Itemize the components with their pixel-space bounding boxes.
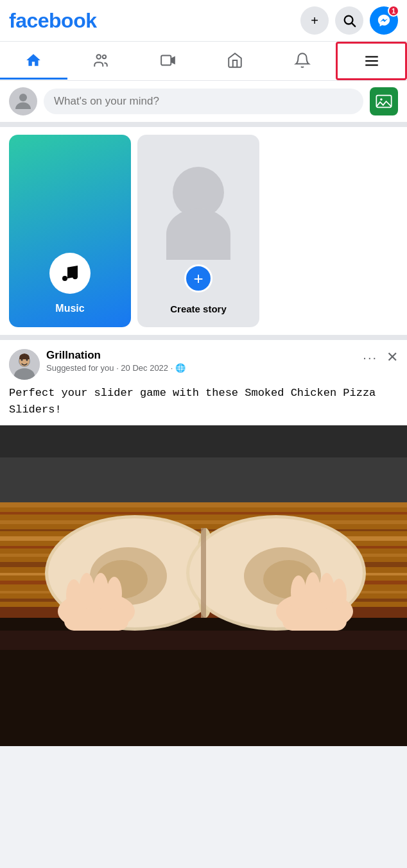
messenger-icon	[377, 13, 391, 28]
post-suggested-label: Suggested for you · 20 Dec 2022 ·	[46, 363, 173, 373]
menu-icon	[363, 53, 380, 69]
music-note-icon	[49, 253, 91, 294]
svg-rect-59	[201, 528, 206, 618]
home-icon	[25, 52, 42, 69]
messenger-badge: 1	[388, 5, 399, 17]
svg-rect-37	[0, 631, 407, 650]
marketplace-icon	[227, 52, 243, 69]
plus-icon: +	[311, 13, 318, 28]
svg-point-9	[19, 94, 27, 101]
svg-point-50	[79, 573, 94, 609]
post-author-name[interactable]: Grillnation	[46, 349, 356, 362]
post-content: Perfect your slider game with these Smok…	[9, 387, 376, 416]
video-icon	[160, 52, 177, 69]
svg-rect-10	[376, 96, 391, 108]
svg-rect-24	[0, 512, 407, 515]
story-create[interactable]: + Create story	[137, 135, 259, 327]
svg-point-58	[331, 579, 347, 611]
svg-point-11	[380, 98, 383, 101]
post-card: Grillnation Suggested for you · 20 Dec 2…	[0, 340, 407, 746]
create-avatar-body	[166, 208, 230, 260]
tab-marketplace[interactable]	[202, 43, 269, 80]
user-avatar	[9, 87, 37, 115]
add-button[interactable]: +	[300, 6, 329, 35]
create-story-label: Create story	[170, 303, 227, 314]
svg-point-3	[103, 55, 106, 58]
globe-icon: 🌐	[175, 363, 186, 373]
post-actions: ··· ✕	[363, 349, 398, 366]
close-post-button[interactable]: ✕	[386, 349, 398, 366]
post-image-visual	[0, 425, 407, 746]
svg-rect-4	[161, 55, 171, 65]
messenger-button[interactable]: 1	[370, 6, 398, 35]
svg-point-2	[97, 55, 101, 59]
post-text: Perfect your slider game with these Smok…	[0, 385, 407, 425]
music-story-label: Music	[55, 303, 84, 314]
tab-notifications[interactable]	[269, 43, 336, 80]
svg-rect-23	[0, 502, 407, 507]
svg-point-12	[62, 276, 67, 281]
post-bar	[0, 81, 407, 127]
app-logo: facebook	[9, 9, 96, 33]
tab-menu[interactable]	[336, 42, 407, 80]
svg-point-13	[73, 274, 78, 279]
svg-line-1	[352, 23, 355, 26]
more-options-button[interactable]: ···	[363, 350, 377, 365]
post-meta: Grillnation Suggested for you · 20 Dec 2…	[46, 349, 356, 373]
tab-friends[interactable]	[67, 43, 135, 80]
tab-home[interactable]	[0, 43, 67, 80]
svg-point-51	[93, 573, 108, 609]
search-icon	[342, 13, 356, 28]
create-plus-icon: +	[184, 264, 212, 293]
photo-icon	[375, 92, 393, 110]
story-music[interactable]: Music	[9, 135, 131, 327]
user-silhouette-icon	[12, 90, 35, 113]
tab-video[interactable]	[134, 43, 202, 80]
post-subtitle: Suggested for you · 20 Dec 2022 · 🌐	[46, 363, 356, 373]
svg-point-56	[305, 572, 320, 608]
friends-icon	[92, 52, 109, 69]
nav-tabs	[0, 42, 407, 81]
svg-marker-5	[171, 56, 175, 64]
post-author-avatar[interactable]	[9, 349, 40, 380]
svg-rect-25	[0, 520, 407, 524]
app-header: facebook + 1	[0, 0, 407, 42]
header-actions: + 1	[300, 6, 398, 35]
svg-point-55	[291, 575, 306, 609]
search-button[interactable]	[335, 6, 363, 35]
svg-point-52	[107, 577, 122, 610]
stories-section: Music + Create story	[0, 127, 407, 340]
post-image[interactable]	[0, 425, 407, 746]
bell-icon	[294, 52, 311, 69]
post-header: Grillnation Suggested for you · 20 Dec 2…	[0, 340, 407, 385]
photo-video-button[interactable]	[370, 87, 398, 115]
post-input[interactable]	[44, 89, 363, 114]
